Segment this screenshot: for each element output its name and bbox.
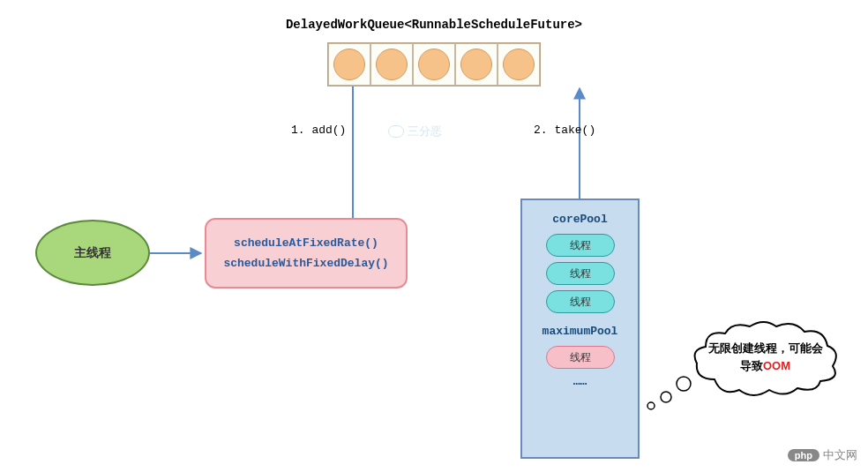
bubble-icon [677, 377, 691, 391]
bubble-icon [647, 402, 655, 409]
bubble-icon [661, 392, 671, 402]
thought-bubbles [0, 0, 868, 472]
